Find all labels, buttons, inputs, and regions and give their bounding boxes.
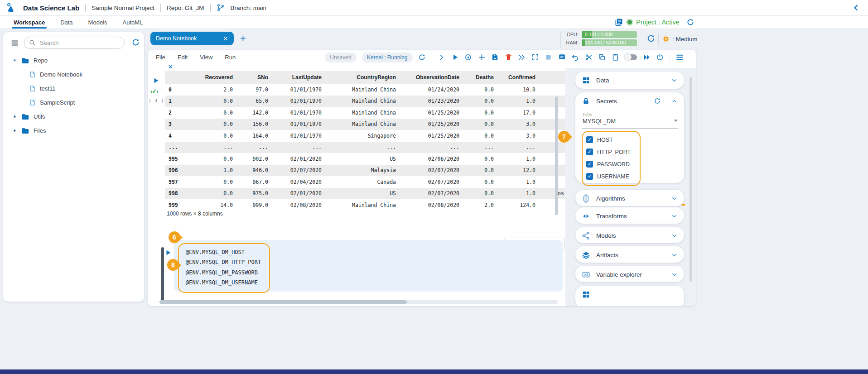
paste-icon[interactable] [612,53,619,61]
panel-section-models[interactable]: Models [575,227,684,243]
stop-icon[interactable] [545,53,552,61]
panel-section-algorithms[interactable]: Algorithms [575,190,684,206]
vertical-scrollbar[interactable] [555,51,558,303]
chevron-down-icon[interactable] [671,195,678,202]
filter-dropdown-icon[interactable] [673,118,679,124]
nav-tab-models[interactable]: Models [88,16,107,29]
chevron-up-icon[interactable] [671,98,678,105]
restart-kernel-icon[interactable] [418,53,426,61]
table-row: 40.0164.001/01/1970Singapore01/25/20200.… [165,130,608,142]
tree-file-test11[interactable]: test11 [3,82,144,96]
console-log-icon[interactable] [614,18,623,27]
panel-scrollbar[interactable] [690,73,692,300]
code-line[interactable]: @ENV.MYSQL_DM_HTTP_PORT [186,257,261,267]
fullscreen-icon[interactable] [531,53,539,61]
notebook-menu-icon[interactable] [675,53,684,62]
horizontal-scrollbar[interactable] [159,300,558,304]
refresh-resources-icon[interactable] [646,34,656,43]
new-tab-icon[interactable] [239,34,247,42]
menu-file[interactable]: File [156,54,165,61]
refresh-project-icon[interactable] [686,18,694,26]
caret-right-icon[interactable] [12,114,17,119]
run-cell-icon[interactable] [451,53,459,61]
table-cell: 2.0 [189,84,239,96]
code-line[interactable]: @ENV.MYSQL_DM_USERNAME [186,278,261,288]
panel-section-header[interactable]: Transforms [575,207,684,225]
close-tab-icon[interactable] [223,36,228,41]
save-icon[interactable] [491,53,499,61]
nav-tab-data[interactable]: Data [60,16,72,29]
tree-file-demo-notebook[interactable]: Demo Notebook [3,67,144,82]
shutdown-icon[interactable] [656,53,664,61]
annotation-tick [681,204,685,206]
chevron-down-icon[interactable] [671,252,678,259]
panel-section-artifacts[interactable]: Artifacts [575,246,684,263]
panel-section-transforms[interactable]: Transforms [575,207,684,224]
tree-file-samplescript[interactable]: SampleScript [3,96,144,110]
panel-section-header[interactable]: Variable explorer [575,266,684,283]
tree-folder-utils[interactable]: Utils [3,110,144,124]
panel-section-variable-explorer[interactable]: Variable explorer [575,266,684,282]
close-output-icon[interactable] [168,64,174,70]
skip-forward-icon[interactable] [643,53,651,61]
checkbox-host[interactable]: ✓ [586,136,593,143]
scrollbar-thumb[interactable] [159,300,407,304]
interrupt-kernel-icon[interactable] [464,53,472,61]
caret-down-icon[interactable] [12,58,17,63]
menu-run[interactable]: Run [225,54,236,61]
nav-tab-workspace[interactable]: Workspace [14,16,45,29]
panel-section-header[interactable]: Models [575,227,684,244]
panel-section-data[interactable]: Data [575,72,684,89]
tree-folder-files[interactable]: Files [3,124,144,138]
chevron-down-icon[interactable] [671,232,678,239]
run-cell-icon[interactable] [153,77,159,84]
checkbox-username[interactable]: ✓ [586,173,593,180]
checkbox-http_port[interactable]: ✓ [586,149,593,155]
code-cell[interactable]: @ENV.MYSQL_DM_HOST@ENV.MYSQL_DM_HTTP_POR… [174,240,563,292]
scrollbar-thumb[interactable] [555,96,558,215]
search-box[interactable] [24,37,125,49]
nav-tab-automl[interactable]: AutoML [123,16,143,29]
toggle-switch[interactable] [625,54,637,60]
collapse-left-icon[interactable] [852,3,861,12]
chevron-down-icon[interactable] [671,271,678,278]
row-index: 2 [165,107,189,119]
panel-section-header[interactable]: Artifacts [575,246,684,264]
code-line[interactable]: @ENV.MYSQL_DM_HOST [186,247,261,257]
checkbox-password[interactable]: ✓ [586,161,593,168]
cut-icon[interactable] [585,53,593,61]
chevron-right-icon[interactable] [438,53,445,61]
save-status-badge: Unsaved [325,53,356,62]
run-cell-icon[interactable] [165,249,171,256]
undo-icon[interactable] [571,53,579,61]
filter-select-value[interactable]: MYSQL_DM [583,118,616,125]
add-cell-icon[interactable] [478,53,486,61]
code-line[interactable]: @ENV.MYSQL_DM_PASSWORD [186,268,261,278]
panel-section-secrets[interactable]: SecretsFilterMYSQL_DM✓HOST✓HTTP_PORT✓PAS… [575,92,684,183]
panel-section-partial[interactable] [575,286,684,306]
secret-item-password[interactable]: ✓PASSWORD [586,158,640,170]
secret-item-host[interactable]: ✓HOST [586,134,640,146]
delete-cell-icon[interactable] [505,53,512,61]
refresh-tree-icon[interactable] [131,38,140,47]
scrollbar-thumb[interactable] [690,77,692,282]
search-input[interactable] [39,39,109,47]
menu-edit[interactable]: Edit [178,54,188,61]
panel-section-header[interactable]: Data [575,72,684,89]
panel-section-header[interactable]: Secrets [575,92,684,110]
caret-right-icon[interactable] [12,128,17,133]
chevron-down-icon[interactable] [671,77,678,84]
chevron-down-icon[interactable] [671,213,678,220]
secret-item-username[interactable]: ✓USERNAME [586,170,640,182]
notebook-tab[interactable]: Demo Notebook [150,32,234,45]
comments-icon[interactable] [558,53,566,61]
menu-hamburger-icon[interactable] [10,39,19,47]
menu-view[interactable]: View [200,54,212,61]
refresh-icon[interactable] [654,97,661,105]
panel-section-header[interactable]: Algorithms [575,190,684,207]
table-cell: US [328,188,402,200]
secret-item-http_port[interactable]: ✓HTTP_PORT [586,146,640,158]
copy-icon[interactable] [598,53,606,61]
tree-folder-repo[interactable]: Repo [3,53,144,67]
run-all-icon[interactable] [518,53,526,61]
